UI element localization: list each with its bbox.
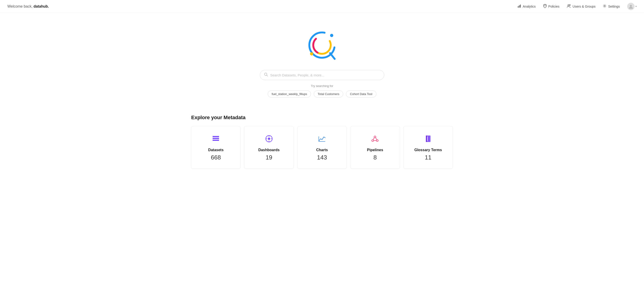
datasets-count: 668: [211, 154, 221, 161]
search-container: [260, 70, 384, 80]
policies-icon: [543, 4, 547, 9]
search-icon: [264, 73, 268, 77]
users-groups-label: Users & Groups: [572, 4, 596, 8]
datasets-card[interactable]: Datasets 668: [191, 126, 240, 169]
settings-icon: [603, 4, 606, 9]
avatar-chevron-icon: ▾: [636, 5, 637, 7]
svg-rect-34: [427, 136, 428, 141]
pipelines-icon: [371, 135, 379, 145]
welcome-prefix: Welcome back,: [7, 4, 34, 8]
dashboards-label: Dashboards: [258, 148, 280, 152]
search-input[interactable]: [270, 73, 380, 77]
svg-rect-33: [426, 136, 430, 142]
svg-point-7: [630, 5, 632, 7]
header: Welcome back, datahub. Analytics Poli: [0, 0, 644, 13]
pipelines-card[interactable]: Pipelines 8: [350, 126, 400, 169]
settings-label: Settings: [608, 4, 620, 8]
dashboards-card[interactable]: Dashboards 19: [244, 126, 294, 169]
users-groups-icon: [567, 4, 571, 9]
suggestion-chips: fuel_station_weekly_fillups Total Custom…: [268, 90, 376, 98]
svg-point-27: [374, 136, 376, 138]
suggestion-chip-2[interactable]: Cohort Data Tool: [346, 90, 376, 98]
svg-point-4: [569, 4, 570, 5]
charts-card[interactable]: Charts 143: [297, 126, 347, 169]
svg-rect-1: [519, 5, 520, 7]
policies-nav-item[interactable]: Policies: [543, 4, 560, 9]
svg-line-11: [330, 53, 335, 59]
svg-rect-35: [426, 136, 427, 142]
main-content: Try searching for fuel_station_weekly_fi…: [0, 13, 644, 169]
glossary-card[interactable]: Glossary Terms 11: [404, 126, 453, 169]
analytics-icon: [518, 4, 521, 9]
main-nav: Analytics Policies Users &: [518, 3, 637, 10]
svg-rect-16: [212, 136, 219, 137]
username: datahub.: [34, 4, 49, 8]
settings-nav-item[interactable]: Settings: [603, 4, 620, 9]
svg-line-30: [373, 138, 374, 140]
svg-point-20: [268, 138, 270, 140]
datasets-label: Datasets: [208, 148, 224, 152]
svg-rect-2: [520, 4, 521, 7]
policies-label: Policies: [548, 4, 560, 8]
metadata-cards: Datasets 668 Dashboards 19: [191, 126, 453, 169]
search-box[interactable]: [260, 70, 384, 80]
glossary-icon: [424, 135, 432, 145]
charts-label: Charts: [316, 148, 328, 152]
svg-point-13: [310, 52, 313, 55]
dashboards-icon: [265, 135, 273, 145]
svg-point-5: [604, 5, 605, 6]
datahub-logo: [304, 27, 340, 63]
analytics-label: Analytics: [523, 4, 536, 8]
pipelines-label: Pipelines: [367, 148, 383, 152]
svg-line-15: [267, 75, 268, 76]
svg-rect-18: [212, 140, 219, 141]
svg-rect-0: [518, 6, 518, 7]
user-avatar-container[interactable]: ▾: [627, 3, 637, 10]
glossary-label: Glossary Terms: [414, 148, 442, 152]
welcome-message: Welcome back, datahub.: [7, 4, 49, 8]
svg-rect-17: [212, 138, 219, 139]
svg-point-3: [568, 4, 569, 6]
avatar: [627, 3, 634, 10]
suggestion-chip-1[interactable]: Total Customers: [314, 90, 343, 98]
try-searching-label: Try searching for: [268, 84, 376, 88]
explore-title: Explore your Metadata: [191, 115, 453, 121]
glossary-count: 11: [425, 154, 432, 161]
svg-point-12: [330, 34, 333, 37]
suggestion-chip-0[interactable]: fuel_station_weekly_fillups: [268, 90, 311, 98]
dashboards-count: 19: [266, 154, 272, 161]
try-searching-section: Try searching for fuel_station_weekly_fi…: [268, 84, 376, 98]
charts-icon: [318, 135, 326, 145]
datasets-icon: [212, 135, 220, 145]
svg-line-31: [376, 138, 377, 140]
pipelines-count: 8: [373, 154, 376, 161]
explore-section: Explore your Metadata Datasets 668: [184, 115, 460, 169]
users-groups-nav-item[interactable]: Users & Groups: [567, 4, 596, 9]
charts-count: 143: [317, 154, 327, 161]
logo-container: [304, 27, 340, 63]
analytics-nav-item[interactable]: Analytics: [518, 4, 536, 9]
